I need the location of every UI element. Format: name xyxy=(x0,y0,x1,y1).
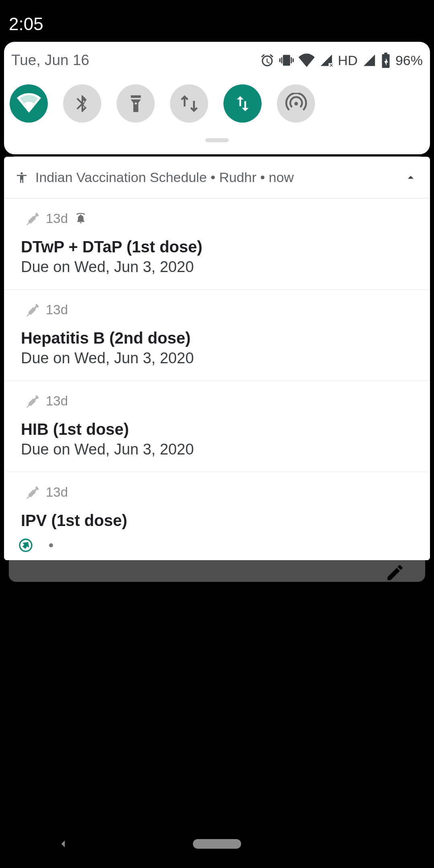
nav-bar xyxy=(0,820,434,868)
notification-age: 13d xyxy=(46,211,68,226)
bullet: • xyxy=(211,170,219,185)
notification-item[interactable]: 13dDTwP + DTaP (1st dose)Due on Wed, Jun… xyxy=(4,199,430,290)
notification-title: IPV (1st dose) xyxy=(21,512,413,530)
toggle-hotspot[interactable] xyxy=(277,84,315,123)
quick-settings-panel: Tue, Jun 16 ✕ HD 96% xyxy=(4,42,430,154)
notification-footer[interactable] xyxy=(4,530,430,560)
quick-settings-status-row: Tue, Jun 16 ✕ HD 96% xyxy=(4,42,430,69)
quick-toggles-row xyxy=(4,69,430,123)
bullet: • xyxy=(260,170,268,185)
notification-header-text: Indian Vaccination Schedule • Rudhr • no… xyxy=(35,170,403,185)
battery-label: 96% xyxy=(395,53,423,68)
toggle-mobiledata[interactable] xyxy=(223,84,262,123)
notification-item[interactable]: 13dHepatitis B (2nd dose)Due on Wed, Jun… xyxy=(4,290,430,381)
notification-item[interactable]: 13dIPV (1st dose) xyxy=(4,472,430,530)
syringe-icon xyxy=(23,302,39,318)
signal-1-icon: ✕ xyxy=(319,53,333,67)
notification-items: 13dDTwP + DTaP (1st dose)Due on Wed, Jun… xyxy=(4,199,430,530)
toggle-flashlight[interactable] xyxy=(117,84,155,123)
syringe-icon xyxy=(23,211,39,227)
hd-label: HD xyxy=(338,53,358,68)
app-icon xyxy=(15,171,28,184)
syringe-icon xyxy=(23,393,39,409)
syringe-icon xyxy=(23,484,39,500)
svg-text:✕: ✕ xyxy=(329,62,333,67)
toggle-bluetooth[interactable] xyxy=(63,84,101,123)
notification-header[interactable]: Indian Vaccination Schedule • Rudhr • no… xyxy=(4,157,430,199)
status-clock: 2:05 xyxy=(9,14,43,34)
notification-title: DTwP + DTaP (1st dose) xyxy=(21,238,413,256)
status-date[interactable]: Tue, Jun 16 xyxy=(11,52,89,69)
notification-age: 13d xyxy=(46,393,68,409)
wifi-status-icon xyxy=(299,53,315,67)
notification-subtitle: Due on Wed, Jun 3, 2020 xyxy=(21,258,413,276)
notification-title: Hepatitis B (2nd dose) xyxy=(21,329,413,347)
notification-age: 13d xyxy=(46,485,68,500)
status-icons: ✕ HD 96% xyxy=(260,53,423,68)
pager-dot xyxy=(49,543,53,547)
signal-2-icon xyxy=(362,53,376,67)
notification-age: 13d xyxy=(46,302,68,317)
notification-title: HIB (1st dose) xyxy=(21,420,413,438)
nav-back-icon[interactable] xyxy=(56,837,70,851)
notification-context: Rudhr xyxy=(219,170,256,185)
notification-subtitle: Due on Wed, Jun 3, 2020 xyxy=(21,441,413,458)
alarm-icon xyxy=(260,53,274,68)
toggle-wifi[interactable] xyxy=(10,84,48,123)
manage-notif-icon[interactable] xyxy=(18,538,33,553)
vibrate-icon xyxy=(279,53,294,68)
edit-fab-icon xyxy=(385,563,405,583)
alert-bell-icon xyxy=(75,213,86,224)
app-name: Indian Vaccination Schedule xyxy=(35,170,207,185)
notification-item[interactable]: 13dHIB (1st dose)Due on Wed, Jun 3, 2020 xyxy=(4,381,430,472)
toggle-autorotate[interactable] xyxy=(170,84,208,123)
battery-icon xyxy=(381,53,391,68)
panel-drag-handle[interactable] xyxy=(205,138,229,142)
notification-subtitle: Due on Wed, Jun 3, 2020 xyxy=(21,350,413,367)
notification-time: now xyxy=(269,170,294,185)
collapse-chevron-icon[interactable] xyxy=(403,170,419,186)
nav-home-pill[interactable] xyxy=(193,839,241,849)
notification-card[interactable]: Indian Vaccination Schedule • Rudhr • no… xyxy=(4,157,430,560)
